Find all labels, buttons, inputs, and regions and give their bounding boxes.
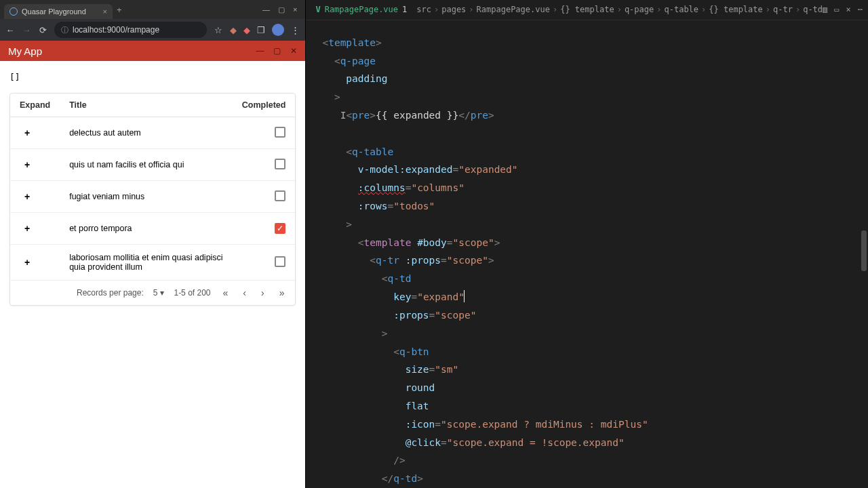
crumb[interactable]: src [416,5,431,14]
completed-checkbox[interactable] [275,127,285,138]
row-title: delectus aut autem [60,117,233,149]
close-tab-icon[interactable]: × [103,7,107,16]
app-minimize-icon[interactable]: — [256,46,264,56]
app-body: [] Expand Title Completed + delectus aut… [0,61,305,488]
row-title: quis ut nam facilis et officia qui [60,149,233,181]
puzzle-icon[interactable]: ❐ [257,25,265,35]
app-window-controls: — ▢ ✕ [256,46,297,56]
crumb[interactable]: q-table [664,5,698,14]
more-actions-icon[interactable]: ⋯ [858,5,863,14]
expand-button[interactable]: + [20,125,35,140]
url-bar[interactable]: ⓘ localhost:9000/rampage [54,22,207,38]
expanded-pre: [] [9,70,296,93]
crumb[interactable]: {} template [709,5,762,14]
breadcrumb[interactable]: src› pages› RampagePage.vue› {} template… [416,5,823,14]
reload-button[interactable]: ⟳ [38,25,47,35]
file-name: RampagePage.vue [325,5,398,14]
app-close-icon[interactable]: ✕ [290,46,297,56]
forward-button[interactable]: → [22,25,31,35]
completed-checkbox[interactable] [275,256,285,267]
maximize-icon[interactable]: ▢ [278,5,285,14]
app-maximize-icon[interactable]: ▢ [273,46,281,56]
completed-checkbox[interactable] [275,223,285,234]
col-title[interactable]: Title [60,94,233,117]
first-page-button[interactable]: « [220,287,231,298]
file-tab[interactable]: V RampagePage.vue 1 [311,5,411,14]
table-footer: Records per page: 5 ▾ 1-5 of 200 « ‹ › » [10,280,295,305]
scrollbar-thumb[interactable] [861,230,867,271]
site-info-icon[interactable]: ⓘ [61,25,68,35]
problem-count: 1 [402,5,407,14]
table-header-row: Expand Title Completed [10,94,295,117]
app-title: My App [8,45,42,57]
kebab-menu-icon[interactable] [291,25,300,35]
data-table: Expand Title Completed + delectus aut au… [9,93,296,306]
table-row: + et porro tempora [10,213,295,245]
editor-tabbar: V RampagePage.vue 1 src› pages› RampageP… [306,0,868,20]
crumb[interactable]: q-tr [773,5,793,14]
records-label: Records per page: [77,288,144,298]
new-tab-button[interactable]: + [113,5,126,15]
crumb[interactable]: q-page [625,5,654,14]
code-area[interactable]: <template> <q-page padding > I<pre>{{ ex… [306,20,868,488]
per-page-select[interactable]: 5 ▾ [153,288,165,298]
profile-avatar[interactable] [272,24,284,36]
code-content[interactable]: <template> <q-page padding > I<pre>{{ ex… [322,34,868,488]
row-title: fugiat veniam minus [60,181,233,213]
completed-checkbox[interactable] [275,190,285,201]
vue-logo-icon: V [315,5,320,14]
col-completed[interactable]: Completed [233,94,296,117]
back-button[interactable]: ← [5,25,15,35]
close-window-icon[interactable]: × [293,5,297,14]
close-editor-icon[interactable]: × [846,5,851,14]
extensions-icon[interactable]: ◆ [230,25,237,35]
split-editor-icon[interactable]: ▥ [823,5,827,14]
chrome-window-controls: — ▢ × [262,5,301,14]
expand-button[interactable]: + [20,189,35,204]
browser-toolbar: ← → ⟳ ⓘ localhost:9000/rampage ◆ ◆ ❐ [0,19,305,41]
prev-page-button[interactable]: ‹ [240,287,249,298]
code-editor: V RampagePage.vue 1 src› pages› RampageP… [306,0,868,488]
table-row: + fugiat veniam minus [10,181,295,213]
expand-button[interactable]: + [20,255,35,270]
text-cursor [464,290,465,302]
table-row: + delectus aut autem [10,117,295,149]
editor-actions: ▥ ▭ × ⋯ [823,5,863,14]
tab-title: Quasar Playground [22,7,99,16]
expand-button[interactable]: + [20,221,35,236]
crumb[interactable]: RampagePage.vue [477,5,550,14]
table-row: + quis ut nam facilis et officia qui [10,149,295,181]
browser-toolbar-icons: ◆ ◆ ❐ [230,24,300,36]
favicon-icon [9,7,18,16]
expand-button[interactable]: + [20,157,35,172]
last-page-button[interactable]: » [277,287,288,298]
browser-tab-active[interactable]: Quasar Playground × [4,4,113,19]
crumb[interactable]: {} template [560,5,614,14]
extensions-icon-2[interactable]: ◆ [243,25,250,35]
url-text: localhost:9000/rampage [73,25,159,35]
completed-checkbox[interactable] [275,159,285,169]
next-page-button[interactable]: › [258,287,267,298]
per-page-value: 5 [153,288,158,298]
page-range: 1-5 of 200 [174,288,210,298]
app-header: My App — ▢ ✕ [0,41,305,61]
crumb[interactable]: pages [441,5,466,14]
col-expand[interactable]: Expand [10,94,60,117]
row-title: laboriosam mollitia et enim quasi adipis… [60,245,233,281]
row-title: et porro tempora [60,213,233,245]
minimize-icon[interactable]: — [262,5,270,14]
browser-tabbar: Quasar Playground × + — ▢ × [0,0,305,19]
bookmark-icon[interactable] [214,25,223,35]
table-row: + laboriosam mollitia et enim quasi adip… [10,245,295,281]
browser-window: Quasar Playground × + — ▢ × ← → ⟳ ⓘ loca… [0,0,306,488]
chevron-down-icon: ▾ [160,288,164,298]
layout-icon[interactable]: ▭ [834,5,839,14]
crumb[interactable]: q-td [803,5,823,14]
